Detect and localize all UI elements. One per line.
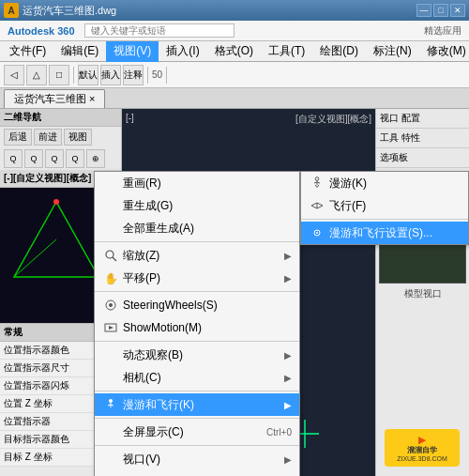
svg-point-14 bbox=[109, 399, 113, 403]
pan-icon: ✋ bbox=[102, 269, 119, 286]
zoom-icon bbox=[102, 247, 119, 264]
view-label-left: [-] bbox=[126, 113, 134, 123]
view-label-right: [自定义视图][概念] bbox=[295, 113, 371, 126]
menu-format[interactable]: 格式(O) bbox=[207, 41, 261, 62]
menu-tools[interactable]: 工具(T) bbox=[261, 41, 312, 62]
submenu-walk[interactable]: 漫游(K) bbox=[301, 172, 468, 194]
watermark-title: 溜溜自学 bbox=[407, 445, 437, 455]
toolbar-btn-insert[interactable]: 插入 bbox=[100, 65, 121, 85]
toolbar-btn-3[interactable]: □ bbox=[49, 65, 69, 85]
watermark-icon: ▶ bbox=[418, 435, 426, 445]
viewport-arrow: ▶ bbox=[284, 454, 292, 465]
submenu-sep-1 bbox=[301, 219, 468, 220]
tool-zoom3-btn[interactable]: Q bbox=[45, 149, 64, 168]
tool-zoom4-btn[interactable]: Q bbox=[66, 149, 84, 168]
svg-point-2 bbox=[53, 199, 59, 205]
tool-crosshair-btn[interactable]: ⊕ bbox=[86, 149, 105, 168]
settings-label: 漫游和飞行设置(S)... bbox=[329, 225, 461, 241]
menu-walkfly[interactable]: 漫游和飞行(K) ▶ bbox=[95, 393, 299, 416]
tool-zoom2-btn[interactable]: Q bbox=[24, 149, 43, 168]
watermark-url: ZIXUE.3D8.COM bbox=[397, 455, 447, 462]
walk-icon bbox=[309, 175, 325, 192]
steering-label: SteeringWheels(S) bbox=[123, 299, 292, 312]
toolbar-btn-default[interactable]: 默认 bbox=[78, 65, 98, 85]
menu-file[interactable]: 文件(F) bbox=[2, 41, 53, 62]
menu-steering[interactable]: SteeringWheels(S) bbox=[95, 294, 299, 316]
camera-arrow: ▶ bbox=[284, 373, 292, 383]
fullscreen-label: 全屏显示(C) bbox=[123, 424, 259, 440]
walkfly-submenu[interactable]: 漫游(K) 飞行(F) 漫游和飞行设置(S)... bbox=[300, 171, 469, 245]
watermark: ▶ 溜溜自学 ZIXUE.3D8.COM bbox=[385, 429, 460, 467]
menu-sep-6 bbox=[95, 445, 299, 446]
showmotion-label: ShowMotion(M) bbox=[123, 321, 292, 334]
view-number: 50 bbox=[152, 69, 162, 80]
fly-icon bbox=[309, 197, 325, 214]
pan-arrow: ▶ bbox=[284, 273, 292, 284]
menu-showmotion[interactable]: ShowMotion(M) bbox=[95, 316, 299, 339]
regen-label: 重生成(G) bbox=[123, 198, 292, 214]
toolbar-row1: ◁ △ □ 默认 插入 注释 50 bbox=[0, 62, 469, 88]
submenu-fly[interactable]: 飞行(F) bbox=[301, 194, 468, 217]
submenu-settings[interactable]: 漫游和飞行设置(S)... bbox=[301, 222, 468, 244]
title-filename: 运货汽车三维图.dwg bbox=[23, 4, 116, 18]
menu-regen[interactable]: 重生成(G) bbox=[95, 194, 299, 217]
zoom-arrow: ▶ bbox=[284, 251, 292, 261]
title-bar: A 运货汽车三维图.dwg — □ ✕ bbox=[0, 0, 469, 21]
svg-line-23 bbox=[317, 185, 319, 188]
nav-view-btn[interactable]: 视图 bbox=[64, 129, 92, 146]
autocad-icon: A bbox=[4, 3, 19, 18]
toolbar-sep-1 bbox=[73, 67, 74, 84]
menu-dim[interactable]: 标注(N) bbox=[366, 41, 419, 62]
menu-camera[interactable]: 相机(C) ▶ bbox=[95, 366, 299, 389]
close-button[interactable]: ✕ bbox=[450, 4, 465, 17]
title-bar-controls: — □ ✕ bbox=[416, 4, 465, 17]
menu-sep-5 bbox=[95, 418, 299, 419]
nav-back-btn[interactable]: 后退 bbox=[4, 129, 32, 146]
regenall-label: 全部重生成(A) bbox=[123, 221, 292, 237]
menu-draw[interactable]: 绘图(D) bbox=[312, 41, 366, 62]
toolbar-btn-1[interactable]: ◁ bbox=[4, 65, 24, 85]
toolbar-btn-annotate[interactable]: 注释 bbox=[123, 65, 144, 85]
tab-model[interactable]: 运货汽车三维图 × bbox=[4, 89, 105, 108]
menu-namedview[interactable]: 命名视图(N)... bbox=[95, 470, 299, 476]
menu-insert[interactable]: 插入(I) bbox=[159, 41, 206, 62]
minimize-button[interactable]: — bbox=[416, 4, 431, 17]
walkfly-icon bbox=[102, 396, 119, 413]
redraw-label: 重画(R) bbox=[123, 176, 292, 192]
menu-zoom[interactable]: 缩放(Z) ▶ bbox=[95, 244, 299, 267]
menu-view[interactable]: 视图(V) bbox=[106, 41, 159, 62]
menu-bar: 文件(F) 编辑(E) 视图(V) 插入(I) 格式(O) 工具(T) 绘图(D… bbox=[0, 41, 469, 62]
menu-dynamic[interactable]: 动态观察(B) ▶ bbox=[95, 344, 299, 366]
menu-regenall[interactable]: 全部重生成(A) bbox=[95, 217, 299, 239]
panel-tools: Q Q Q Q ⊕ bbox=[0, 147, 121, 170]
fullscreen-shortcut: Ctrl+0 bbox=[266, 427, 292, 438]
dynamic-label: 动态观察(B) bbox=[123, 347, 284, 363]
svg-line-8 bbox=[113, 257, 116, 261]
camera-icon bbox=[102, 369, 119, 386]
right-panel: 视口 配置 工具 特性 选项板 模型视口 ▶ 溜溜自学 ZIXUE.3D8.CO… bbox=[375, 109, 469, 476]
menu-edit[interactable]: 编辑(E) bbox=[53, 41, 106, 62]
maximize-button[interactable]: □ bbox=[433, 4, 448, 17]
keyword-search-input[interactable] bbox=[84, 23, 234, 38]
nav-forward-btn[interactable]: 前进 bbox=[34, 129, 62, 146]
featured-apps-label: 精选应用 bbox=[424, 24, 461, 38]
panel-nav-header: 二维导航 bbox=[0, 109, 121, 127]
view-menu[interactable]: 重画(R) 重生成(G) 全部重生成(A) 缩放(Z) ▶ ✋ bbox=[94, 171, 300, 476]
3d-triangle-svg bbox=[5, 192, 108, 286]
settings-icon bbox=[309, 224, 325, 241]
tool-zoom-btn[interactable]: Q bbox=[4, 149, 23, 168]
toolbar-btn-2[interactable]: △ bbox=[26, 65, 47, 85]
dynamic-arrow: ▶ bbox=[284, 350, 292, 361]
menu-redraw[interactable]: 重画(R) bbox=[95, 172, 299, 194]
menu-modify[interactable]: 修改(M) bbox=[419, 41, 469, 62]
right-palette-label: 选项板 bbox=[376, 148, 469, 168]
redraw-icon bbox=[102, 175, 119, 192]
model-view-label: 模型视口 bbox=[379, 287, 466, 300]
fly-label: 飞行(F) bbox=[329, 198, 461, 214]
walk-label: 漫游(K) bbox=[329, 176, 461, 192]
walkfly-label: 漫游和飞行(K) bbox=[123, 397, 284, 413]
menu-viewport[interactable]: 视口(V) ▶ bbox=[95, 448, 299, 470]
menu-fullscreen[interactable]: 全屏显示(C) Ctrl+0 bbox=[95, 421, 299, 443]
tab-bar: 运货汽车三维图 × bbox=[0, 88, 469, 109]
menu-pan[interactable]: ✋ 平移(P) ▶ bbox=[95, 267, 299, 289]
